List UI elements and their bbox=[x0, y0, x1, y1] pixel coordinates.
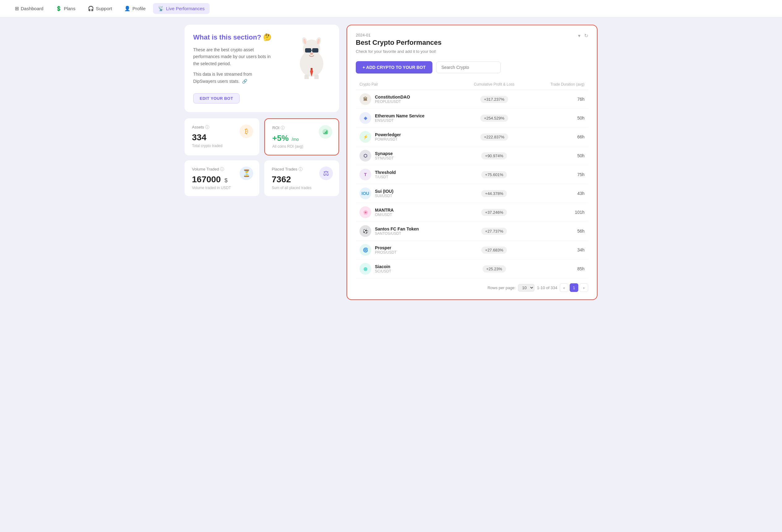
nav-label-profile: Profile bbox=[132, 6, 146, 11]
crypto-avatar: ⬡ bbox=[359, 150, 371, 161]
info-link-icon[interactable]: 🔗 bbox=[242, 79, 247, 84]
svg-point-9 bbox=[310, 53, 313, 55]
profit-cell: +317.237% bbox=[460, 90, 529, 109]
stat-sub-volume: Volume traded in USDT bbox=[192, 186, 252, 190]
right-panel-title: Best Crypto Performances bbox=[356, 39, 442, 47]
svg-rect-12 bbox=[314, 74, 319, 79]
svg-rect-10 bbox=[311, 68, 313, 70]
crypto-pair-cell: ◎ Siacoin SC/USDT bbox=[356, 260, 460, 278]
header-icons: ▾ ↻ bbox=[578, 33, 588, 39]
crypto-pair-label: OM/USDT bbox=[375, 213, 394, 217]
duration-cell: 43h bbox=[529, 184, 588, 203]
crypto-avatar: IOU bbox=[359, 188, 371, 199]
table-row[interactable]: ⚡ Powerledger POWR/USDT +222.837%66h bbox=[356, 127, 588, 146]
roi-info-icon[interactable]: ⓘ bbox=[281, 125, 285, 131]
trades-info-icon[interactable]: ⓘ bbox=[298, 166, 303, 172]
crypto-name: Synapse bbox=[375, 151, 394, 156]
profit-badge: +25.23% bbox=[483, 265, 506, 272]
add-crypto-button[interactable]: + ADD CRYPTO TO YOUR BOT bbox=[356, 61, 432, 74]
crypto-pair-label: POWR/USDT bbox=[375, 137, 401, 142]
page-1-button[interactable]: 1 bbox=[570, 283, 578, 292]
right-panel-subtitle: Check for your favorite and add it to yo… bbox=[356, 49, 442, 54]
next-page-button[interactable]: › bbox=[579, 283, 588, 292]
crypto-pair-cell: ⚡ Powerledger POWR/USDT bbox=[356, 127, 460, 146]
table-row[interactable]: 🏛 ConstitutionDAO PEOPLE/USDT +317.237%7… bbox=[356, 90, 588, 109]
svg-rect-6 bbox=[305, 48, 311, 52]
dashboard-icon: ⊞ bbox=[15, 6, 19, 11]
crypto-pair-cell: ⚽ Santos FC Fan Token SANTOS/USDT bbox=[356, 222, 460, 241]
stat-card-volume: Volume Traded ⓘ 167000 $ Volume traded i… bbox=[184, 160, 259, 196]
crypto-avatar: 🌸 bbox=[359, 206, 371, 218]
stat-sub-trades: Sum of all placed trades bbox=[272, 186, 332, 190]
navbar: ⊞ Dashboard 💲 Plans 🎧 Support 👤 Profile … bbox=[0, 0, 782, 17]
search-input[interactable] bbox=[436, 62, 501, 73]
roi-icon bbox=[319, 125, 332, 139]
col-header-pair: Crypto Pair bbox=[356, 80, 460, 90]
table-row[interactable]: ⬡ Synapse SYN/USDT +90.974%50h bbox=[356, 146, 588, 165]
table-row[interactable]: ◎ Siacoin SC/USDT +25.23%85h bbox=[356, 260, 588, 278]
info-card-text2: This data is live streamed from DipSwaye… bbox=[193, 71, 275, 85]
profit-badge: +37.246% bbox=[481, 209, 507, 216]
crypto-pair-cell: 🌸 MANTRA OM/USDT bbox=[356, 203, 460, 222]
crypto-avatar: ◈ bbox=[359, 112, 371, 124]
nav-item-dashboard[interactable]: ⊞ Dashboard bbox=[10, 3, 48, 14]
crypto-name: MANTRA bbox=[375, 207, 394, 213]
main-container: What is this section? 🤔 These are the be… bbox=[175, 17, 607, 307]
crypto-name: Sui (IOU) bbox=[375, 189, 393, 194]
assets-icon: ₿ bbox=[240, 124, 253, 138]
volume-info-icon[interactable]: ⓘ bbox=[220, 166, 224, 172]
crypto-name: Threshold bbox=[375, 170, 396, 175]
right-panel: 2024-01 Best Crypto Performances Check f… bbox=[347, 25, 598, 300]
duration-cell: 56h bbox=[529, 222, 588, 241]
rows-per-page-select[interactable]: 10 20 50 bbox=[518, 284, 534, 292]
crypto-pair-label: SUI/USDT bbox=[375, 194, 393, 198]
svg-rect-11 bbox=[305, 74, 309, 79]
plans-icon: 💲 bbox=[56, 6, 62, 11]
crypto-name: ConstitutionDAO bbox=[375, 94, 410, 100]
crypto-avatar: 🌀 bbox=[359, 244, 371, 256]
period-label: 2024-01 bbox=[356, 33, 442, 37]
nav-item-support[interactable]: 🎧 Support bbox=[83, 3, 117, 14]
chevron-down-icon[interactable]: ▾ bbox=[578, 33, 580, 39]
profit-cell: +75.601% bbox=[460, 165, 529, 184]
table-row[interactable]: ◈ Ethereum Name Service ENS/USDT +254.52… bbox=[356, 109, 588, 127]
table-row[interactable]: IOU Sui (IOU) SUI/USDT +44.378%43h bbox=[356, 184, 588, 203]
table-row[interactable]: 🌀 Prosper PROS/USDT +27.683%34h bbox=[356, 241, 588, 260]
duration-cell: 75h bbox=[529, 165, 588, 184]
crypto-name: Prosper bbox=[375, 245, 397, 250]
table-row[interactable]: ⚽ Santos FC Fan Token SANTOS/USDT +27.73… bbox=[356, 222, 588, 241]
crypto-pair-cell: 🌀 Prosper PROS/USDT bbox=[356, 241, 460, 260]
duration-cell: 50h bbox=[529, 109, 588, 127]
profit-badge: +254.529% bbox=[480, 115, 508, 122]
crypto-pair-label: PEOPLE/USDT bbox=[375, 100, 410, 104]
profit-cell: +25.23% bbox=[460, 260, 529, 278]
table-body: 🏛 ConstitutionDAO PEOPLE/USDT +317.237%7… bbox=[356, 90, 588, 278]
profit-cell: +90.974% bbox=[460, 146, 529, 165]
col-header-profit: Cumulative Profit & Loss bbox=[460, 80, 529, 90]
profit-cell: +37.246% bbox=[460, 203, 529, 222]
crypto-pair-cell: IOU Sui (IOU) SUI/USDT bbox=[356, 184, 460, 203]
nav-label-support: Support bbox=[96, 6, 112, 11]
crypto-table: Crypto Pair Cumulative Profit & Loss Tra… bbox=[356, 80, 588, 278]
crypto-pair-label: ENS/USDT bbox=[375, 118, 424, 123]
info-card: What is this section? 🤔 These are the be… bbox=[184, 25, 339, 112]
right-panel-header: 2024-01 Best Crypto Performances Check f… bbox=[356, 33, 588, 60]
nav-item-live-performances[interactable]: 📡 Live Performances bbox=[153, 3, 210, 14]
crypto-pair-label: SC/USDT bbox=[375, 269, 391, 273]
crypto-name: Powerledger bbox=[375, 132, 401, 137]
stat-card-assets: Assets ⓘ 334 Total crypto traded ₿ bbox=[184, 118, 259, 155]
stat-card-trades: Placed Trades ⓘ 7362 Sum of all placed t… bbox=[264, 160, 339, 196]
prev-page-button[interactable]: ‹ bbox=[560, 283, 568, 292]
table-row[interactable]: T Threshold T/USDT +75.601%75h bbox=[356, 165, 588, 184]
profit-badge: +27.683% bbox=[481, 246, 507, 254]
crypto-avatar: 🏛 bbox=[359, 93, 371, 105]
nav-item-profile[interactable]: 👤 Profile bbox=[119, 3, 150, 14]
edit-bot-button[interactable]: EDIT YOUR BOT bbox=[193, 93, 240, 104]
table-row[interactable]: 🌸 MANTRA OM/USDT +37.246%101h bbox=[356, 203, 588, 222]
crypto-name: Santos FC Fan Token bbox=[375, 226, 419, 231]
refresh-icon[interactable]: ↻ bbox=[584, 33, 588, 39]
assets-info-icon[interactable]: ⓘ bbox=[205, 124, 209, 130]
duration-cell: 50h bbox=[529, 146, 588, 165]
nav-item-plans[interactable]: 💲 Plans bbox=[51, 3, 80, 14]
crypto-avatar: T bbox=[359, 169, 371, 181]
